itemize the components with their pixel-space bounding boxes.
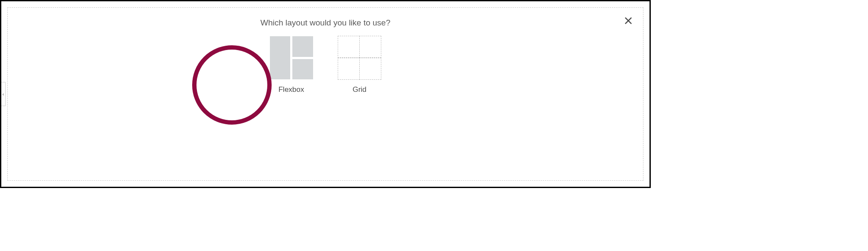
window-frame: ‹ Which layout would you like to use? Fl…: [0, 0, 651, 188]
close-button[interactable]: [623, 16, 634, 26]
prompt-text: Which layout would you like to use?: [8, 18, 643, 28]
close-icon: [624, 16, 633, 25]
option-grid[interactable]: Grid: [338, 36, 381, 94]
grid-preview-icon: [338, 36, 381, 79]
option-label: Flexbox: [279, 85, 304, 94]
option-label: Grid: [352, 85, 366, 94]
drop-zone-container: Which layout would you like to use? Flex…: [7, 7, 643, 181]
layout-options-row: Flexbox Grid: [8, 36, 643, 94]
option-flexbox[interactable]: Flexbox: [270, 36, 313, 94]
flexbox-preview-icon: [270, 36, 313, 79]
side-expand-handle[interactable]: ‹: [1, 82, 6, 106]
chevron-left-icon: ‹: [3, 92, 4, 97]
